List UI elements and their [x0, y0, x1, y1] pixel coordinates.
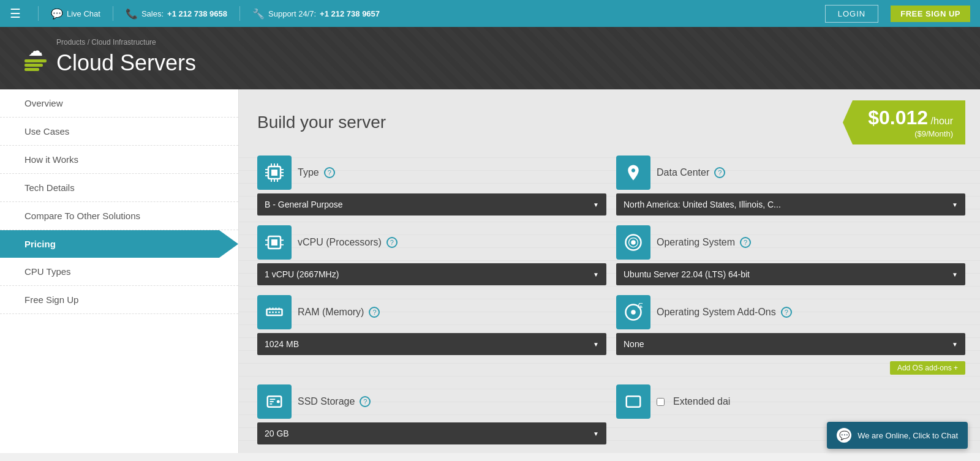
- ssd-select[interactable]: 20 GB 40 GB 80 GB: [257, 422, 606, 444]
- sales-nav-item[interactable]: 📞 Sales: +1 212 738 9658: [126, 8, 227, 20]
- fields-grid: Type ? B - General Purpose A - Standard …: [239, 156, 980, 453]
- ram-select-wrapper: 512 MB 1024 MB 2048 MB: [257, 333, 606, 355]
- svg-point-21: [631, 240, 636, 245]
- ram-field-group: RAM (Memory) ? 512 MB 1024 MB 2048 MB: [257, 295, 606, 375]
- svg-text:+: +: [639, 304, 643, 309]
- datacenter-label-row: Data Center ?: [657, 167, 965, 178]
- svg-rect-26: [275, 312, 277, 313]
- svg-rect-15: [271, 239, 277, 245]
- datacenter-help-icon[interactable]: ?: [714, 167, 725, 178]
- support-icon: 🔧: [252, 8, 265, 20]
- ssd-field-group: SSD Storage ? 20 GB 40 GB 80 GB: [257, 384, 606, 444]
- sidebar-item-pricing[interactable]: Pricing: [0, 230, 238, 258]
- price-badge: $0.012 /hour ($9/Month): [843, 100, 965, 144]
- livechat-nav-item[interactable]: 💬 Live Chat: [51, 8, 100, 20]
- os-icon: [616, 225, 650, 260]
- datacenter-field-header: Data Center ?: [616, 156, 965, 190]
- ssd-label-row: SSD Storage ?: [298, 396, 606, 407]
- ram-field-header: RAM (Memory) ?: [257, 295, 606, 329]
- osaddons-help-icon[interactable]: ?: [781, 307, 792, 318]
- osaddons-select-wrapper: None cPanel Plesk: [616, 333, 965, 355]
- chat-bubble-icon: 💬: [837, 428, 851, 443]
- datacenter-field-group: Data Center ? North America: United Stat…: [616, 156, 965, 216]
- phone-icon: 📞: [126, 8, 138, 20]
- build-title: Build your server: [257, 113, 386, 132]
- price-main: $0.012: [868, 107, 928, 129]
- chat-icon: 💬: [51, 8, 63, 20]
- svg-rect-27: [278, 312, 280, 313]
- vcpu-icon: [257, 225, 292, 260]
- vcpu-label: vCPU (Processors): [298, 237, 382, 248]
- osaddons-label-row: Operating System Add-Ons ?: [657, 307, 965, 318]
- type-label-row: Type ?: [298, 167, 606, 178]
- ram-select[interactable]: 512 MB 1024 MB 2048 MB: [257, 333, 606, 355]
- vcpu-field-group: vCPU (Processors) ? 1 vCPU (2667MHz) 2 v…: [257, 225, 606, 285]
- ram-icon: [257, 295, 292, 329]
- sidebar-item-cputypes[interactable]: CPU Types: [0, 258, 238, 286]
- location-icon: [624, 163, 643, 182]
- svg-rect-42: [627, 396, 641, 407]
- vcpu-help-icon[interactable]: ?: [386, 237, 398, 248]
- sales-phone: +1 212 738 9658: [167, 9, 227, 18]
- vcpu-field-header: vCPU (Processors) ?: [257, 225, 606, 260]
- hdd-icon: [265, 392, 284, 411]
- sidebar-item-usecases[interactable]: Use Cases: [0, 118, 238, 146]
- cloud-server-icon: ☁: [24, 43, 47, 71]
- ram-help-icon[interactable]: ?: [369, 307, 380, 318]
- svg-rect-24: [269, 312, 271, 313]
- add-os-addons-button[interactable]: Add OS add-ons +: [890, 361, 965, 375]
- top-nav: ☰ 💬 Live Chat 📞 Sales: +1 212 738 9658 🔧…: [0, 0, 980, 27]
- extended-checkbox[interactable]: [657, 398, 665, 406]
- extended-label-row: Extended dai: [657, 396, 965, 407]
- sidebar-item-compare[interactable]: Compare To Other Solutions: [0, 202, 238, 230]
- type-select[interactable]: B - General Purpose A - Standard C - Hig…: [257, 193, 606, 216]
- build-header: Build your server $0.012 /hour ($9/Month…: [239, 89, 980, 156]
- support-nav-item[interactable]: 🔧 Support 24/7: +1 212 738 9657: [252, 8, 380, 20]
- vcpu-select-wrapper: 1 vCPU (2667MHz) 2 vCPU (2667MHz) 4 vCPU…: [257, 263, 606, 285]
- signup-button[interactable]: FREE SIGN UP: [891, 6, 970, 22]
- osaddons-field-header: + Operating System Add-Ons ?: [616, 295, 965, 329]
- osaddons-icon: +: [616, 295, 650, 329]
- main-layout: Overview Use Cases How it Works Tech Det…: [0, 89, 980, 453]
- os-field-group: Operating System ? Ubuntu Server 22.04 (…: [616, 225, 965, 285]
- vcpu-select[interactable]: 1 vCPU (2667MHz) 2 vCPU (2667MHz) 4 vCPU…: [257, 263, 606, 285]
- osaddons-label: Operating System Add-Ons: [657, 307, 776, 318]
- os-help-icon[interactable]: ?: [740, 237, 751, 248]
- sidebar-item-overview[interactable]: Overview: [0, 89, 238, 118]
- sidebar-item-howitworks[interactable]: How it Works: [0, 146, 238, 174]
- ssd-help-icon[interactable]: ?: [360, 396, 371, 407]
- nav-divider: [38, 6, 39, 21]
- support-label: Support 24/7:: [268, 9, 316, 18]
- datacenter-select[interactable]: North America: United States, Illinois, …: [616, 193, 965, 216]
- type-label: Type: [298, 167, 319, 178]
- os-select[interactable]: Ubuntu Server 22.04 (LTS) 64-bit CentOS …: [616, 263, 965, 285]
- price-unit: /hour: [931, 116, 953, 126]
- extended-icon-svg: [624, 392, 643, 411]
- nav-divider3: [239, 6, 240, 21]
- header-banner: ☁ Products / Cloud Infrastructure Cloud …: [0, 27, 980, 89]
- extended-field-header: Extended dai: [616, 384, 965, 419]
- vcpu-label-row: vCPU (Processors) ?: [298, 237, 606, 248]
- ssd-icon: [257, 384, 292, 419]
- hamburger-icon[interactable]: ☰: [10, 6, 21, 21]
- chat-widget[interactable]: 💬 We are Online, Click to Chat: [827, 422, 968, 449]
- type-field-header: Type ?: [257, 156, 606, 190]
- type-help-icon[interactable]: ?: [324, 167, 335, 178]
- osaddons-select[interactable]: None cPanel Plesk: [616, 333, 965, 355]
- svg-rect-1: [271, 170, 277, 176]
- memory-icon: [265, 303, 284, 321]
- sales-label: Sales:: [141, 9, 164, 18]
- title-area: Products / Cloud Infrastructure Cloud Se…: [56, 38, 196, 76]
- login-button[interactable]: LOGIN: [825, 5, 878, 23]
- processor-icon: [265, 233, 284, 252]
- ram-label: RAM (Memory): [298, 307, 364, 318]
- datacenter-select-wrapper: North America: United States, Illinois, …: [616, 193, 965, 216]
- price-month: ($9/Month): [855, 129, 953, 138]
- type-icon: [257, 156, 292, 190]
- extended-icon: [616, 384, 650, 419]
- ssd-select-wrapper: 20 GB 40 GB 80 GB: [257, 422, 606, 444]
- sidebar-item-freesignup[interactable]: Free Sign Up: [0, 286, 238, 314]
- sidebar-item-techdetails[interactable]: Tech Details: [0, 174, 238, 202]
- disc-plus-icon: +: [624, 303, 643, 321]
- os-select-wrapper: Ubuntu Server 22.04 (LTS) 64-bit CentOS …: [616, 263, 965, 285]
